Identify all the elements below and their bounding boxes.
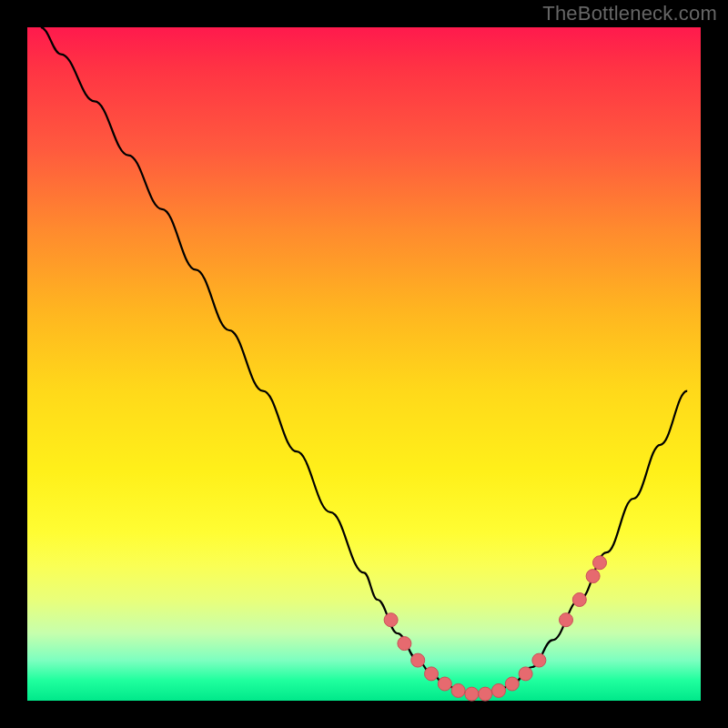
- marker-point: [425, 667, 439, 681]
- marker-group: [384, 556, 606, 701]
- marker-point: [572, 593, 586, 607]
- marker-point: [593, 556, 607, 570]
- watermark-text: TheBottleneck.com: [542, 2, 717, 25]
- bottleneck-curve: [41, 27, 687, 694]
- marker-point: [398, 637, 411, 651]
- chart-frame: TheBottleneck.com: [0, 0, 728, 728]
- marker-point: [411, 653, 425, 667]
- marker-point: [505, 677, 519, 691]
- marker-point: [465, 687, 479, 701]
- marker-point: [532, 653, 546, 667]
- marker-point: [438, 677, 451, 691]
- marker-point: [492, 683, 506, 697]
- curve-svg: [27, 27, 701, 701]
- marker-point: [451, 683, 465, 697]
- marker-point: [586, 570, 600, 583]
- marker-point: [560, 613, 573, 627]
- marker-point: [479, 687, 492, 701]
- plot-area: [27, 27, 701, 701]
- marker-point: [519, 667, 532, 681]
- marker-point: [384, 613, 398, 627]
